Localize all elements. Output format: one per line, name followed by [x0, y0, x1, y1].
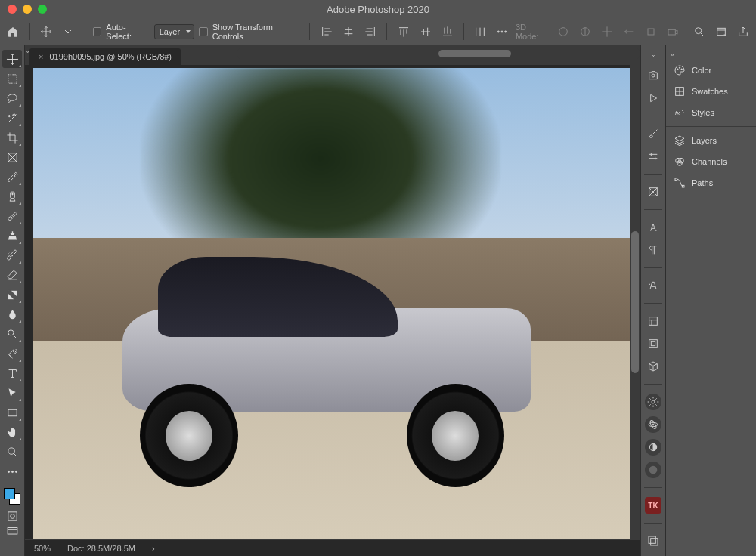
status-chevron-icon[interactable]: › [152, 544, 155, 553]
right-expand-icon[interactable]: « [650, 51, 656, 61]
frame-tool[interactable] [2, 148, 22, 166]
layers-panel[interactable]: Layers [666, 130, 756, 151]
align-top-edges-icon[interactable] [395, 23, 412, 41]
lasso-tool[interactable] [2, 89, 22, 107]
foreground-color[interactable] [4, 488, 15, 499]
history-brush-tool[interactable] [2, 246, 22, 264]
path-selection-tool[interactable] [2, 384, 22, 402]
histogram-ball-icon[interactable] [645, 462, 662, 478]
svg-rect-9 [8, 74, 16, 82]
layers-shortcut-icon[interactable] [645, 533, 662, 549]
crop-tool[interactable] [2, 128, 22, 147]
magic-wand-tool[interactable] [2, 109, 22, 127]
document-tab[interactable]: × 0199h0095.jpg @ 50% (RGB/8#) [29, 48, 181, 65]
horizontal-scrollbar[interactable] [237, 48, 640, 59]
type-tool[interactable] [2, 364, 22, 382]
3d-pan-icon [598, 23, 615, 41]
actions-play-icon[interactable] [645, 90, 662, 107]
rectangular-marquee-tool[interactable] [2, 70, 22, 88]
svg-point-35 [677, 69, 678, 70]
info-panel-icon[interactable] [645, 335, 662, 352]
right-icon-bar: « TK [640, 45, 665, 556]
svg-point-15 [8, 447, 14, 454]
maximize-window[interactable] [38, 5, 47, 14]
vertical-scrollbar[interactable] [630, 65, 640, 539]
align-left-edges-icon[interactable] [318, 23, 335, 41]
align-bottom-edges-icon[interactable] [438, 23, 456, 41]
show-transform-checkbox[interactable] [199, 27, 208, 36]
adjustments-ball-icon[interactable] [645, 439, 662, 456]
options-bar: Auto-Select: Layer Show Transform Contro… [0, 18, 756, 45]
eyedropper-tool[interactable] [2, 168, 22, 186]
gear-icon[interactable] [645, 394, 662, 410]
clone-stamp-tool[interactable] [2, 227, 22, 245]
tk-plugin-icon[interactable]: TK [645, 497, 662, 514]
move-tool[interactable] [2, 50, 22, 68]
channels-panel[interactable]: Channels [666, 151, 756, 172]
zoom-level[interactable]: 50% [34, 544, 51, 553]
svg-point-37 [681, 69, 682, 70]
workspace-menu-icon[interactable] [712, 23, 730, 41]
svg-rect-8 [717, 28, 725, 35]
canvas-expand-icon[interactable]: « [25, 47, 31, 57]
brush-tool[interactable] [2, 207, 22, 225]
healing-brush-tool[interactable] [2, 187, 22, 205]
screen-mode-icon[interactable] [2, 524, 22, 538]
paths-panel[interactable]: Paths [666, 172, 756, 193]
search-icon[interactable] [690, 23, 708, 41]
canvas[interactable] [25, 65, 640, 539]
color-swatches[interactable] [2, 486, 22, 506]
move-tool-icon[interactable] [38, 23, 55, 41]
styles-panel[interactable]: fxStyles [666, 102, 756, 123]
properties-icon[interactable] [645, 313, 662, 329]
color-panel[interactable]: Color [666, 60, 756, 81]
align-horizontal-centers-icon[interactable] [339, 23, 357, 41]
brush-settings-icon[interactable] [645, 125, 662, 142]
gradient-tool[interactable] [2, 286, 22, 304]
character-icon[interactable] [645, 219, 662, 236]
minimize-window[interactable] [23, 5, 32, 14]
libraries-icon[interactable] [645, 184, 662, 200]
svg-point-36 [679, 67, 680, 68]
svg-point-20 [10, 514, 14, 518]
3d-icon[interactable] [645, 358, 662, 375]
svg-rect-24 [649, 317, 658, 326]
layer-group-dropdown[interactable]: Layer [154, 24, 195, 39]
svg-rect-34 [651, 539, 658, 545]
svg-point-18 [15, 471, 17, 472]
distribute-icon[interactable] [472, 23, 489, 41]
pen-tool[interactable] [2, 344, 22, 363]
swatches-panel[interactable]: Swatches [666, 81, 756, 102]
3d-camera-icon [664, 23, 681, 41]
home-icon[interactable] [5, 23, 22, 41]
dodge-tool[interactable] [2, 325, 22, 343]
doc-size: Doc: 28.5M/28.5M [67, 544, 135, 553]
rectangle-tool[interactable] [2, 403, 22, 422]
tab-close-icon[interactable]: × [39, 52, 43, 61]
glyphs-icon[interactable] [645, 277, 662, 294]
auto-select-checkbox[interactable] [93, 27, 102, 36]
paragraph-icon[interactable] [645, 242, 662, 258]
quick-mask-icon[interactable] [2, 509, 22, 523]
share-icon[interactable] [734, 23, 751, 41]
blur-tool[interactable] [2, 305, 22, 323]
history-icon[interactable] [645, 67, 662, 84]
edit-toolbar-icon[interactable] [2, 462, 22, 480]
document-image [33, 68, 633, 539]
tool-preset-dropdown-icon[interactable] [60, 23, 77, 41]
svg-rect-5 [648, 29, 654, 35]
svg-rect-21 [8, 527, 17, 534]
panel-collapse-icon[interactable]: » [666, 50, 756, 60]
svg-point-30 [652, 424, 654, 425]
hand-tool[interactable] [2, 423, 22, 441]
close-window[interactable] [8, 5, 17, 14]
more-options-icon[interactable] [494, 23, 511, 41]
eraser-tool[interactable] [2, 266, 22, 284]
adjustments-panel-icon[interactable] [645, 148, 662, 165]
align-right-edges-icon[interactable] [361, 23, 379, 41]
3d-roll-icon [576, 23, 593, 41]
zoom-tool[interactable] [2, 443, 22, 461]
filter-atom-icon[interactable] [645, 416, 662, 433]
svg-point-0 [498, 31, 500, 32]
align-vertical-centers-icon[interactable] [417, 23, 434, 41]
